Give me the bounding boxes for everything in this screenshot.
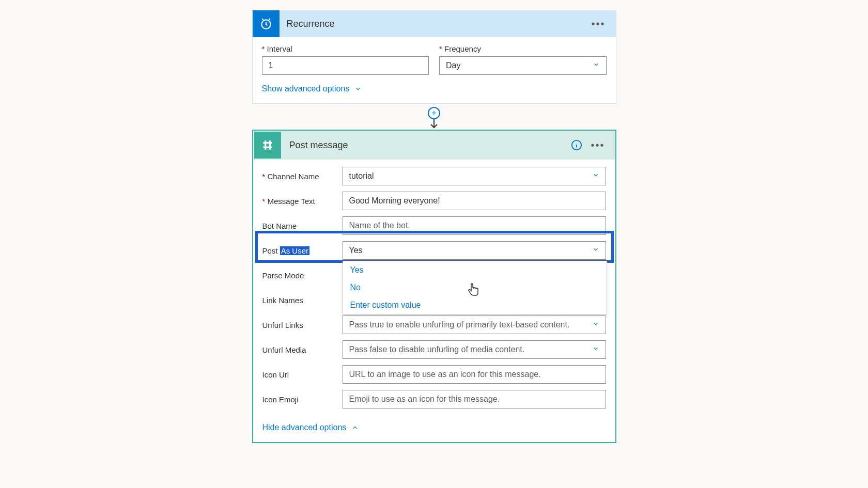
chevron-down-icon (592, 246, 599, 255)
post-message-card: Post message ••• * Channel Name tutorial (252, 130, 616, 443)
chevron-up-icon (351, 424, 359, 431)
row-bot: Bot Name (262, 215, 606, 236)
recurrence-header[interactable]: Recurrence ••• (253, 10, 616, 37)
post-message-title: Post message (282, 140, 348, 151)
more-icon[interactable]: ••• (588, 138, 607, 152)
dropdown-option-yes[interactable]: Yes (343, 261, 607, 279)
dropdown-option-custom[interactable]: Enter custom value (343, 296, 607, 314)
post-message-body: * Channel Name tutorial * Message Text (253, 160, 615, 442)
row-unfurl-media: Unfurl Media Pass false to disable unfur… (262, 339, 606, 360)
chevron-down-icon (354, 85, 362, 92)
dropdown-option-no[interactable]: No (343, 279, 607, 296)
chevron-down-icon (592, 320, 599, 329)
unfurl-links-select[interactable]: Pass true to enable unfurling of primari… (343, 316, 606, 334)
info-icon[interactable] (571, 139, 582, 151)
icon-url-input[interactable] (343, 365, 606, 384)
flow-connector: + (252, 104, 616, 130)
slack-icon (254, 132, 281, 159)
recurrence-card: Recurrence ••• * Interval * Frequency Da… (252, 10, 616, 104)
row-unfurl-links: Unfurl Links Pass true to enable unfurli… (262, 314, 606, 335)
row-channel: * Channel Name tutorial (262, 166, 606, 186)
row-post-as-user: Post As User Yes (262, 240, 606, 261)
frequency-select[interactable]: Day (439, 56, 607, 75)
post-as-user-dropdown: Yes No Enter custom value (343, 261, 607, 314)
arrow-down-icon (429, 119, 439, 131)
unfurl-media-select[interactable]: Pass false to disable unfurling of media… (343, 340, 606, 359)
more-icon[interactable]: ••• (589, 17, 607, 31)
post-as-user-select[interactable]: Yes (343, 241, 606, 260)
interval-label: * Interval (262, 44, 429, 53)
hide-advanced-link[interactable]: Hide advanced options (262, 423, 359, 432)
row-icon-url: Icon Url (262, 364, 606, 385)
chevron-down-icon (592, 345, 599, 354)
chevron-down-icon (592, 171, 599, 181)
show-advanced-link[interactable]: Show advanced options (262, 84, 362, 93)
post-as-user-label: Post As User (262, 246, 343, 255)
interval-input[interactable] (262, 56, 429, 75)
post-message-header[interactable]: Post message ••• (253, 131, 615, 160)
row-icon-emoji: Icon Emoji (262, 389, 606, 410)
channel-select[interactable]: tutorial (343, 167, 606, 185)
recurrence-title: Recurrence (280, 19, 335, 29)
chevron-down-icon (593, 61, 600, 70)
row-message: * Message Text (262, 191, 606, 211)
clock-icon (253, 10, 280, 37)
bot-input[interactable] (343, 216, 606, 235)
row-parse-mode: Parse Mode Yes No Enter custom value (262, 265, 606, 286)
add-step-button[interactable]: + (428, 107, 440, 119)
message-input[interactable] (343, 192, 606, 210)
frequency-label: * Frequency (439, 44, 607, 53)
recurrence-body: * Interval * Frequency Day Show advanced… (253, 37, 616, 103)
icon-emoji-input[interactable] (343, 390, 606, 408)
